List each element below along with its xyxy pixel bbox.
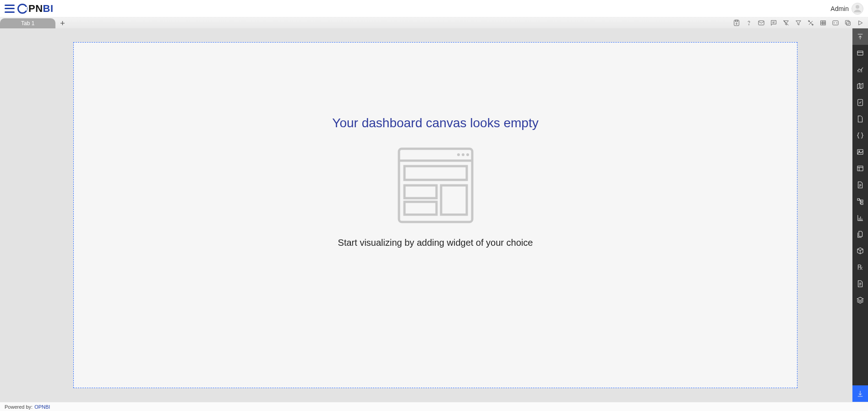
empty-dashboard-icon	[394, 144, 477, 227]
svg-rect-52	[861, 200, 863, 202]
save-icon[interactable]	[732, 19, 741, 27]
rail-layers-icon[interactable]	[852, 292, 868, 308]
canvas-viewport: Your dashboard canvas looks empty Start …	[0, 28, 852, 402]
svg-point-26	[466, 153, 469, 156]
rail-collapse-button[interactable]	[852, 28, 868, 45]
logo-mark-icon	[17, 4, 27, 14]
dashboard-canvas[interactable]: Your dashboard canvas looks empty Start …	[73, 42, 797, 388]
table-icon[interactable]	[819, 19, 827, 27]
user-label: Admin	[830, 5, 849, 12]
svg-rect-30	[441, 185, 467, 215]
svg-point-24	[457, 153, 460, 156]
copy-icon[interactable]	[844, 19, 852, 27]
rail-map-icon[interactable]	[852, 78, 868, 94]
comment-icon[interactable]	[770, 19, 778, 27]
svg-point-4	[748, 24, 749, 25]
rail-summary-icon[interactable]	[852, 94, 868, 111]
rail-file-icon[interactable]	[852, 111, 868, 127]
rail-container-icon[interactable]	[852, 160, 868, 177]
svg-marker-21	[859, 21, 863, 25]
svg-rect-20	[846, 21, 849, 24]
svg-rect-29	[404, 202, 437, 215]
rail-tree-icon[interactable]	[852, 193, 868, 210]
powered-by-label: Powered by:	[5, 404, 33, 410]
rail-braces-icon[interactable]	[852, 127, 868, 144]
rail-file-copy-icon[interactable]	[852, 226, 868, 243]
logo-text-bi: BI	[43, 3, 54, 15]
svg-rect-19	[846, 22, 850, 25]
app-header: PNBI Admin	[0, 0, 868, 17]
menu-button[interactable]	[5, 5, 15, 13]
footer: Powered by: OPNBI	[0, 402, 868, 411]
filter-icon[interactable]	[794, 19, 802, 27]
svg-rect-33	[857, 51, 863, 55]
svg-marker-63	[857, 297, 863, 301]
svg-rect-28	[404, 185, 437, 198]
svg-rect-2	[735, 20, 737, 22]
svg-rect-51	[857, 199, 860, 200]
rail-rx-icon[interactable]	[852, 259, 868, 276]
help-icon[interactable]	[745, 19, 753, 27]
svg-rect-45	[857, 166, 863, 171]
tab-bar: Tab 1 +	[0, 17, 868, 28]
avatar-icon	[852, 3, 863, 15]
add-tab-button[interactable]: +	[60, 18, 65, 28]
empty-title: Your dashboard canvas looks empty	[332, 116, 538, 130]
svg-rect-13	[821, 21, 826, 25]
filter-off-icon[interactable]	[782, 19, 790, 27]
rail-bar-chart-icon[interactable]	[852, 210, 868, 226]
svg-point-44	[859, 151, 860, 151]
powered-by-link[interactable]: OPNBI	[34, 404, 50, 410]
logo-text-pn: PN	[28, 3, 43, 15]
tab-item[interactable]: Tab 1	[0, 18, 55, 28]
rail-chart-icon[interactable]	[852, 61, 868, 78]
widget-rail	[852, 28, 868, 402]
svg-point-0	[856, 5, 859, 9]
mail-icon[interactable]	[757, 19, 765, 27]
app-logo: PNBI	[17, 3, 54, 15]
svg-marker-10	[796, 21, 801, 25]
rail-card-icon[interactable]	[852, 45, 868, 61]
main-area: Your dashboard canvas looks empty Start …	[0, 28, 868, 402]
rail-file-alt-icon[interactable]	[852, 276, 868, 292]
play-icon[interactable]	[856, 19, 864, 27]
empty-subtitle: Start visualizing by adding widget of yo…	[338, 238, 533, 248]
svg-rect-5	[759, 21, 764, 25]
user-menu[interactable]: Admin	[830, 3, 863, 15]
rail-cube-icon[interactable]	[852, 243, 868, 259]
svg-rect-53	[861, 203, 863, 205]
embed-icon[interactable]	[831, 19, 840, 27]
rail-page-icon[interactable]	[852, 177, 868, 193]
svg-point-25	[462, 153, 464, 156]
toolbar	[732, 17, 864, 28]
svg-rect-18	[833, 21, 838, 25]
rail-image-icon[interactable]	[852, 144, 868, 160]
tools-icon[interactable]	[807, 19, 815, 27]
rail-import-button[interactable]	[852, 385, 868, 402]
svg-rect-27	[404, 166, 467, 180]
